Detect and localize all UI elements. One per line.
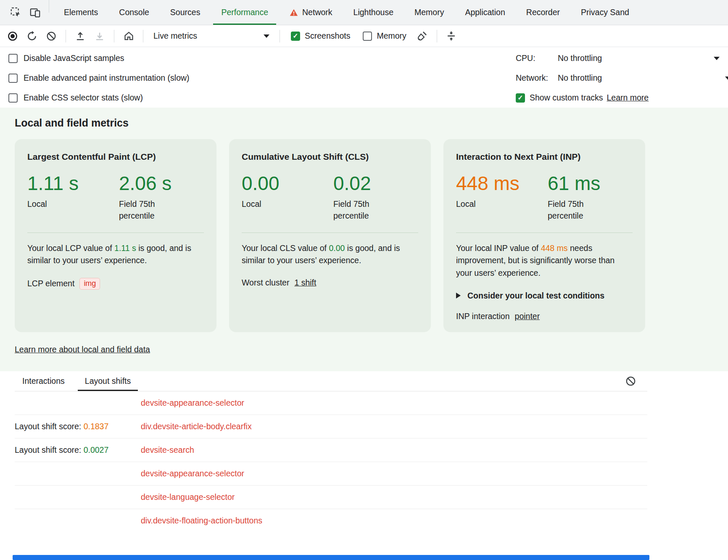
chevron-down-icon: [714, 57, 720, 63]
history-select-value: Live metrics: [153, 31, 197, 41]
screenshots-checkbox-group[interactable]: Screenshots: [285, 31, 356, 41]
record-icon[interactable]: [3, 28, 22, 45]
lcp-desc-value: 1.11 s: [114, 243, 136, 253]
tab-interactions[interactable]: Interactions: [21, 372, 66, 391]
worst-cluster-label: Worst cluster: [242, 278, 289, 288]
field-data-learn-more-link[interactable]: Learn more about local and field data: [15, 345, 150, 354]
tab-application[interactable]: Application: [454, 0, 515, 25]
cls-field-label: Field 75th percentile: [333, 198, 396, 222]
load-profile-icon[interactable]: [71, 28, 90, 45]
layout-shift-row[interactable]: devsite-language-selector: [15, 486, 647, 509]
cpu-value: No throttling: [558, 53, 602, 63]
layout-shift-row[interactable]: devsite-appearance-selector: [15, 391, 647, 415]
tab-elements[interactable]: Elements: [53, 0, 108, 25]
advanced-paint-row[interactable]: Enable advanced paint instrumentation (s…: [8, 68, 516, 88]
cls-desc-value: 0.00: [329, 243, 345, 253]
node-link[interactable]: div.devsite-floating-action-buttons: [141, 516, 262, 526]
tab-performance[interactable]: Performance: [211, 0, 279, 25]
tab-recorder[interactable]: Recorder: [516, 0, 570, 25]
triangle-right-icon: [456, 293, 461, 298]
custom-tracks-row: Show custom tracks Learn more: [516, 88, 728, 108]
worst-cluster-link[interactable]: 1 shift: [294, 278, 316, 288]
settings-left: Disable JavaScript samples Enable advanc…: [0, 48, 516, 108]
tab-sources[interactable]: Sources: [160, 0, 211, 25]
local-test-conditions-disclosure[interactable]: Consider your local test conditions: [456, 291, 633, 301]
layout-shift-row[interactable]: devsite-appearance-selector: [15, 462, 647, 486]
lcp-card: Largest Contentful Paint (LCP) 1.11 s Lo…: [15, 139, 216, 332]
node-link[interactable]: devsite-language-selector: [141, 492, 235, 502]
selected-row-sliver[interactable]: [13, 555, 649, 560]
advanced-paint-checkbox[interactable]: [8, 74, 18, 83]
clear-log-icon[interactable]: [623, 373, 638, 388]
network-throttling-select[interactable]: Network: No throttling: [516, 68, 728, 88]
log-tabs: Interactions Layout shifts: [15, 371, 647, 391]
disable-js-samples-row[interactable]: Disable JavaScript samples: [8, 48, 516, 68]
custom-tracks-checkbox[interactable]: [516, 93, 525, 103]
metric-cards: Largest Contentful Paint (LCP) 1.11 s Lo…: [15, 139, 713, 332]
css-selector-stats-row[interactable]: Enable CSS selector stats (slow): [8, 88, 516, 108]
warning-icon: [289, 8, 298, 17]
tab-network[interactable]: Network: [279, 0, 343, 25]
disable-js-samples-label: Disable JavaScript samples: [24, 53, 124, 63]
custom-tracks-checkbox-group[interactable]: Show custom tracks: [516, 93, 603, 103]
collect-garbage-icon[interactable]: [413, 28, 432, 45]
reload-record-icon[interactable]: [23, 28, 41, 45]
score-label: Layout shift score:: [15, 422, 84, 431]
node-link[interactable]: devsite-search: [141, 445, 194, 455]
metrics-pane: Local and field metrics Largest Contentf…: [0, 108, 728, 371]
inp-local-label: Local: [456, 198, 519, 210]
memory-checkbox[interactable]: [363, 32, 372, 41]
inp-card: Interaction to Next Paint (INP) 448 ms L…: [443, 139, 645, 332]
inp-field-label: Field 75th percentile: [548, 198, 611, 222]
lcp-local-value: 1.11 s: [27, 173, 119, 194]
local-test-conditions-label: Consider your local test conditions: [467, 291, 604, 301]
devtools-tabbar: Elements Console Sources Performance Net…: [0, 0, 728, 25]
screenshots-checkbox[interactable]: [291, 32, 300, 41]
device-toolbar-icon[interactable]: [25, 0, 45, 25]
lcp-description: Your local LCP value of 1.11 s is good, …: [27, 242, 204, 267]
save-profile-icon[interactable]: [90, 28, 109, 45]
layout-shift-row[interactable]: Layout shift score: 0.1837 div.devsite-a…: [15, 415, 647, 438]
memory-checkbox-group[interactable]: Memory: [357, 31, 412, 41]
tab-console[interactable]: Console: [108, 0, 160, 25]
memory-label: Memory: [377, 31, 406, 41]
css-selector-stats-checkbox[interactable]: [8, 93, 18, 103]
home-icon[interactable]: [119, 28, 138, 45]
cls-field-value: 0.02: [333, 173, 425, 194]
cpu-throttling-select[interactable]: CPU: No throttling: [516, 48, 728, 68]
clear-icon[interactable]: [42, 28, 61, 45]
lcp-element-label: LCP element: [27, 279, 74, 288]
custom-tracks-learn-more-link[interactable]: Learn more: [607, 93, 649, 103]
inspect-icon[interactable]: [6, 0, 25, 25]
cls-card-title: Cumulative Layout Shift (CLS): [242, 152, 418, 162]
cls-local-value: 0.00: [242, 173, 333, 194]
tab-layout-shifts[interactable]: Layout shifts: [84, 372, 132, 391]
disable-js-samples-checkbox[interactable]: [8, 54, 18, 63]
layout-shift-row[interactable]: div.devsite-floating-action-buttons: [15, 509, 647, 533]
tab-privacy-sandbox[interactable]: Privacy Sand: [570, 0, 640, 25]
node-link[interactable]: div.devsite-article-body.clearfix: [141, 422, 252, 431]
divider: [143, 30, 143, 42]
screenshots-label: Screenshots: [305, 31, 350, 41]
metrics-heading: Local and field metrics: [15, 117, 713, 129]
cpu-label: CPU:: [516, 53, 558, 63]
tab-memory[interactable]: Memory: [404, 0, 454, 25]
tab-lighthouse[interactable]: Lighthouse: [343, 0, 404, 25]
performance-toolbar: Live metrics Screenshots Memory: [0, 25, 728, 47]
node-link[interactable]: devsite-appearance-selector: [141, 398, 244, 408]
network-label: Network:: [516, 73, 558, 83]
inp-interaction-label: INP interaction: [456, 312, 510, 321]
inp-interaction-link[interactable]: pointer: [515, 312, 540, 321]
inp-desc-value: 448 ms: [541, 243, 568, 253]
lcp-element-node-link[interactable]: img: [79, 278, 100, 290]
shortcuts-dialog-icon[interactable]: [442, 28, 461, 45]
node-link[interactable]: devsite-appearance-selector: [141, 469, 244, 478]
card-divider: [27, 232, 204, 233]
divider: [280, 30, 280, 42]
advanced-paint-label: Enable advanced paint instrumentation (s…: [24, 73, 190, 83]
lcp-card-title: Largest Contentful Paint (LCP): [27, 152, 204, 162]
lcp-field-value: 2.06 s: [119, 173, 211, 194]
layout-shift-row[interactable]: Layout shift score: 0.0027 devsite-searc…: [15, 438, 647, 462]
divider: [437, 30, 437, 42]
history-select[interactable]: Live metrics: [148, 28, 274, 45]
